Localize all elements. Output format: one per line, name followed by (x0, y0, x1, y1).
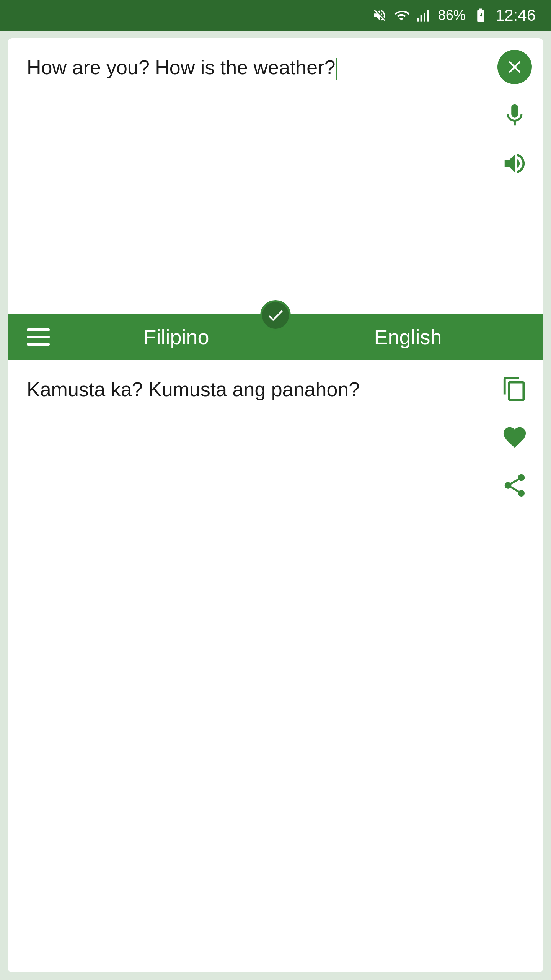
checkmark-icon (266, 306, 285, 325)
source-card: How are you? How is the weather? (8, 38, 543, 314)
signal-icon (416, 8, 431, 23)
confirm-button[interactable] (260, 300, 291, 331)
close-icon (504, 57, 525, 77)
volume-icon (501, 150, 528, 177)
speaker-button[interactable] (497, 146, 532, 181)
source-text[interactable]: How are you? How is the weather? (27, 54, 490, 299)
clear-button[interactable] (497, 50, 532, 84)
share-button[interactable] (497, 468, 532, 503)
favorite-button[interactable] (497, 420, 532, 454)
text-cursor (336, 58, 337, 80)
language-toolbar: Filipino English (8, 314, 543, 360)
menu-line-3 (27, 343, 50, 346)
main-container: How are you? How is the weather? (0, 31, 551, 980)
source-language-label[interactable]: Filipino (143, 325, 209, 349)
status-bar: 86% 12:46 (0, 0, 551, 31)
language-selector: Filipino English (50, 325, 524, 349)
svg-rect-2 (424, 13, 425, 21)
heart-icon (501, 424, 528, 451)
translated-text: Kamusta ka? Kumusta ang panahon? (27, 376, 490, 957)
status-icons: 86% 12:46 (372, 6, 536, 24)
menu-line-1 (27, 328, 50, 331)
mute-icon (372, 8, 387, 23)
time-display: 12:46 (496, 6, 536, 24)
svg-rect-1 (420, 15, 422, 22)
menu-line-2 (27, 336, 50, 338)
svg-rect-0 (417, 18, 419, 22)
menu-button[interactable] (27, 328, 50, 346)
source-action-buttons (497, 50, 532, 181)
share-icon (501, 472, 528, 499)
target-card: Kamusta ka? Kumusta ang panahon? (8, 360, 543, 972)
target-action-buttons (497, 372, 532, 503)
svg-rect-3 (427, 10, 429, 22)
battery-percent: 86% (438, 7, 466, 23)
microphone-button[interactable] (497, 98, 532, 132)
copy-icon (501, 376, 528, 402)
copy-button[interactable] (497, 372, 532, 406)
battery-charging-icon (473, 7, 489, 23)
wifi-icon (394, 8, 409, 23)
target-language-label[interactable]: English (374, 325, 442, 349)
microphone-icon (501, 102, 528, 129)
